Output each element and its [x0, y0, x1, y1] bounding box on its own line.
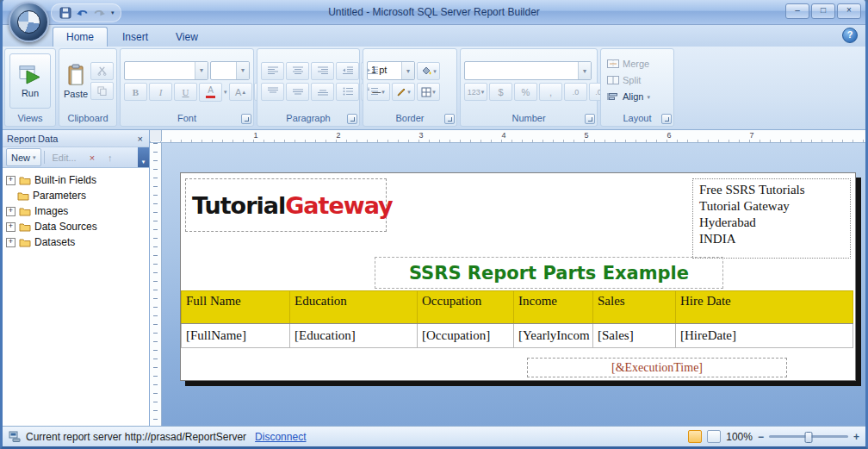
borders-button[interactable]: ▾ [417, 83, 440, 101]
table-header-cell[interactable]: Education [290, 291, 418, 324]
tree-item-data-sources[interactable]: + Data Sources [6, 219, 149, 234]
expand-icon[interactable]: + [6, 238, 16, 247]
split-button[interactable]: Split [604, 72, 670, 88]
zoom-slider[interactable] [769, 435, 848, 438]
bullet-list-button[interactable] [336, 83, 359, 101]
thousands-separator-button[interactable]: , [539, 83, 562, 101]
paragraph-dialog-launcher[interactable] [347, 114, 357, 124]
ribbon-group-clipboard: Paste [59, 48, 117, 127]
copy-button[interactable] [90, 82, 114, 100]
number-format-gallery-button[interactable]: 123 ▾ [464, 83, 487, 101]
table-header-cell[interactable]: Income [514, 291, 593, 324]
tree-item-images[interactable]: + Images [6, 203, 149, 219]
align-left-button[interactable] [261, 62, 284, 80]
font-family-combo[interactable]: ▾ [124, 61, 208, 80]
disconnect-link[interactable]: Disconnect [255, 431, 306, 443]
table-header-cell[interactable]: Sales [593, 291, 676, 324]
delete-button[interactable]: × [84, 148, 100, 166]
logo-image-item[interactable]: TutorialGateway [185, 178, 387, 232]
tree-item-datasets[interactable]: + Datasets [6, 234, 149, 250]
fill-color-button[interactable]: ▾ [417, 62, 440, 80]
ribbon: Run Views Paste [3, 47, 865, 130]
expand-icon[interactable]: + [6, 176, 16, 185]
zoom-in-button[interactable]: + [853, 431, 859, 443]
address-line: INDIA [699, 231, 844, 247]
merge-button[interactable]: Merge [604, 56, 670, 72]
expand-icon[interactable]: + [6, 222, 16, 232]
align-bottom-icon [318, 87, 328, 96]
report-title-item[interactable]: SSRS Report Parts Example [375, 257, 723, 289]
align-menu-button[interactable]: Align ▾ [604, 89, 670, 104]
align-middle-button[interactable] [286, 83, 309, 101]
tablix-data-row: [FullName] [Education] [Occupation] [Yea… [182, 324, 853, 348]
grow-font-button[interactable]: A ▴ [229, 83, 252, 101]
tree-item-built-in-fields[interactable]: + Built-in Fields [6, 172, 149, 188]
close-button[interactable]: × [837, 3, 861, 19]
tablix-header-row: Full Name Education Occupation Income Sa… [182, 291, 853, 324]
decrease-indent-button[interactable] [336, 62, 359, 80]
align-center-button[interactable] [286, 62, 309, 80]
maximize-button[interactable]: □ [811, 3, 835, 19]
table-data-cell[interactable]: [Sales] [593, 324, 676, 348]
tab-home[interactable]: Home [53, 27, 108, 47]
folder-icon [19, 222, 31, 232]
underline-button[interactable]: U [174, 83, 197, 101]
chevron-down-icon: ▾ [647, 94, 650, 100]
zoom-out-button[interactable]: − [758, 431, 764, 443]
table-data-cell[interactable]: [YearlyIncom [514, 324, 593, 348]
table-data-cell[interactable]: [Occupation] [418, 324, 514, 348]
address-textbox-item[interactable]: Free SSRS Tutorials Tutorial Gateway Hyd… [692, 178, 851, 259]
expand-icon[interactable]: + [6, 207, 16, 216]
font-dialog-launcher[interactable] [241, 114, 251, 124]
chevron-down-icon: ▾ [236, 62, 249, 79]
tree-item-parameters[interactable]: Parameters [6, 188, 149, 203]
bold-button[interactable]: B [124, 83, 147, 101]
layout-dialog-launcher[interactable] [661, 114, 672, 124]
help-button[interactable]: ? [842, 28, 858, 43]
align-top-button[interactable] [261, 83, 284, 101]
font-size-combo[interactable]: ▾ [210, 61, 250, 80]
table-data-cell[interactable]: [FullName] [182, 324, 290, 348]
execution-time-item[interactable]: [&ExecutionTime] [527, 358, 787, 377]
design-canvas[interactable]: TutorialGateway Free SSRS Tutorials Tuto… [162, 143, 865, 426]
currency-button[interactable]: $ [489, 83, 512, 101]
new-button[interactable]: New ▾ [6, 148, 41, 166]
table-data-cell[interactable]: [Education] [290, 324, 418, 348]
execution-time-text: [&ExecutionTime] [611, 361, 703, 375]
number-format-combo[interactable]: ▾ [464, 61, 592, 80]
align-right-button[interactable] [311, 62, 334, 80]
report-page[interactable]: TutorialGateway Free SSRS Tutorials Tuto… [180, 172, 856, 381]
edit-button[interactable]: Edit... [47, 148, 82, 166]
table-header-cell[interactable]: Occupation [418, 291, 514, 324]
decrease-decimal-button[interactable]: .0 [564, 83, 587, 101]
minimize-button[interactable]: – [785, 3, 809, 19]
border-dialog-launcher[interactable] [444, 114, 455, 124]
table-header-cell[interactable]: Full Name [182, 291, 290, 324]
italic-button[interactable]: I [149, 83, 172, 101]
cut-button[interactable] [90, 62, 114, 80]
office-button[interactable] [9, 2, 49, 42]
number-dialog-launcher[interactable] [585, 114, 595, 124]
zoom-slider-thumb[interactable] [804, 432, 812, 443]
percent-button[interactable]: % [514, 83, 537, 101]
ruler-number: 5 [584, 131, 588, 140]
run-view-toggle[interactable] [707, 430, 721, 443]
design-view-toggle[interactable] [688, 430, 702, 443]
border-color-button[interactable]: ▾ [392, 83, 415, 101]
run-button[interactable]: Run [9, 53, 51, 109]
tablix[interactable]: Full Name Education Occupation Income Sa… [181, 290, 853, 348]
table-data-cell[interactable]: [HireDate] [676, 324, 853, 348]
font-color-button[interactable]: A [199, 83, 222, 102]
move-up-button[interactable]: ↑ [102, 148, 118, 166]
clipboard-group-label: Clipboard [67, 113, 108, 123]
tab-view[interactable]: View [163, 28, 211, 47]
align-bottom-button[interactable] [311, 83, 334, 101]
close-panel-button[interactable]: × [136, 134, 145, 144]
chevron-down-icon: ▾ [481, 89, 485, 95]
toolbar-overflow-button[interactable]: ▾ [138, 147, 149, 167]
table-header-cell[interactable]: Hire Date [676, 291, 853, 324]
tab-insert[interactable]: Insert [109, 28, 161, 47]
ruler-number: 4 [501, 131, 505, 140]
ribbon-tab-row: Home Insert View ? [3, 25, 865, 47]
paste-button[interactable]: Paste [63, 53, 89, 109]
